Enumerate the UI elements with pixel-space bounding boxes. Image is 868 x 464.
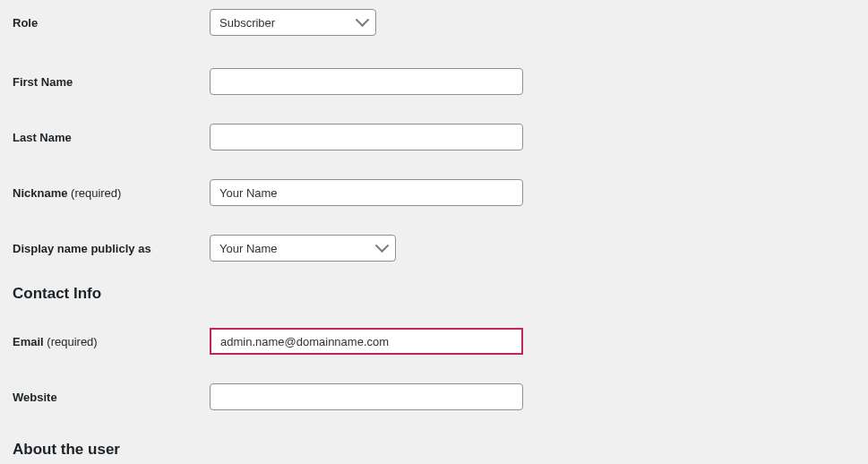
row-nickname: Nickname (required) [0,165,868,220]
field-last-name [210,124,523,150]
label-display-name: Display name publicly as [13,242,210,255]
field-display-name: Your Name [210,235,396,262]
label-email-required: (required) [47,335,97,348]
last-name-input[interactable] [210,124,523,150]
field-role: Subscriber [210,9,376,36]
row-email: Email (required) [0,310,868,369]
row-last-name: Last Name [0,109,868,165]
first-name-input[interactable] [210,68,523,95]
heading-contact-info: Contact Info [0,269,868,310]
field-email [210,328,523,355]
heading-about-user: About the user [0,425,868,464]
label-email-text: Email [13,335,44,348]
row-display-name: Display name publicly as Your Name [0,220,868,269]
label-role: Role [13,16,210,30]
display-name-select-wrapper: Your Name [210,235,396,262]
row-first-name: First Name [0,45,868,109]
field-first-name [210,68,523,95]
field-nickname [210,179,523,206]
display-name-select[interactable]: Your Name [210,235,396,262]
row-website: Website [0,369,868,425]
label-nickname-required: (required) [71,186,121,200]
role-select[interactable]: Subscriber [210,9,376,36]
label-last-name: Last Name [13,131,210,144]
label-email: Email (required) [13,335,210,348]
row-role: Role Subscriber [0,0,868,45]
website-input[interactable] [210,383,523,410]
label-website: Website [13,391,210,404]
field-website [210,383,523,410]
user-profile-form: Role Subscriber First Name Last Name Nic… [0,0,868,464]
label-nickname: Nickname (required) [13,186,210,200]
role-select-wrapper: Subscriber [210,9,376,36]
label-first-name: First Name [13,75,210,89]
nickname-input[interactable] [210,179,523,206]
label-nickname-text: Nickname [13,186,67,200]
email-input[interactable] [210,328,523,355]
